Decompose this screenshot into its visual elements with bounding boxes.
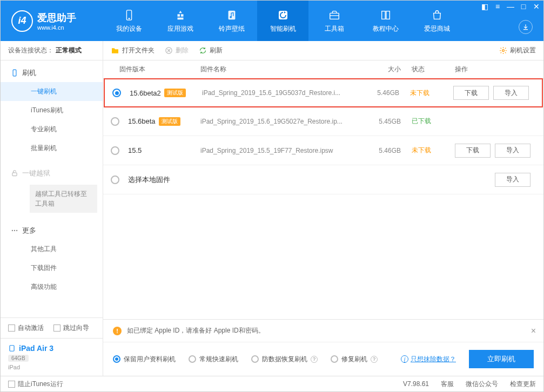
firmware-status: 未下载: [401, 146, 444, 155]
device-storage: 64GB: [8, 355, 29, 362]
firmware-row[interactable]: 15.6beta2 测试版 iPad_Spring_2019_15.6_19G5…: [104, 78, 543, 107]
option-anti-recovery[interactable]: 防数据恢复刷机 ?: [251, 355, 318, 364]
table-header: 固件版本 固件名称 大小 状态 操作: [103, 60, 543, 79]
radio-icon: [189, 355, 196, 363]
tablet-icon: [8, 344, 16, 352]
svg-rect-7: [12, 173, 17, 176]
refresh-button[interactable]: 刷新: [198, 46, 223, 55]
device-name: iPad Air 3: [8, 344, 95, 353]
warning-bar: ! 如已绑定 Apple ID，请准备好 Apple ID和密码。 ×: [103, 320, 543, 342]
firmware-name: iPad_Spring_2019_15.5_19F77_Restore.ipsw: [200, 147, 358, 154]
tab-my-device[interactable]: 我的设备: [103, 1, 155, 41]
firmware-size: 5.45GB: [358, 118, 401, 125]
refresh-icon: [198, 46, 207, 55]
svg-rect-2: [228, 10, 235, 19]
block-itunes-checkbox[interactable]: [8, 381, 15, 388]
warning-text: 如已绑定 Apple ID，请准备好 Apple ID和密码。: [127, 326, 265, 335]
sidebar-item-advanced[interactable]: 高级功能: [1, 278, 103, 296]
logo-area: i4 爱思助手 www.i4.cn: [1, 10, 103, 32]
option-keep-data[interactable]: 保留用户资料刷机: [113, 355, 176, 364]
download-button[interactable]: 下载: [453, 86, 489, 100]
skin-icon[interactable]: ◧: [481, 3, 488, 10]
tab-flash[interactable]: 智能刷机: [257, 1, 308, 41]
firmware-size: 5.46GB: [356, 89, 399, 97]
svg-rect-5: [330, 13, 339, 19]
skip-guide-checkbox[interactable]: [53, 325, 61, 332]
flash-icon: [277, 9, 290, 22]
radio-icon: [251, 355, 259, 363]
connection-status: 设备连接状态： 正常模式: [1, 41, 103, 60]
sidebar-item-batch[interactable]: 批量刷机: [1, 139, 103, 158]
phone-icon: [123, 9, 136, 22]
support-link[interactable]: 客服: [441, 380, 454, 389]
firmware-radio[interactable]: [111, 146, 119, 155]
firmware-radio[interactable]: [111, 117, 119, 126]
tab-apps[interactable]: 应用游戏: [155, 1, 206, 41]
menu-icon[interactable]: ≡: [494, 3, 501, 10]
skip-guide-label: 跳过向导: [63, 323, 89, 333]
nav-tabs: 我的设备 应用游戏 铃声壁纸 智能刷机 工具箱 教程中心 爱思商城: [103, 1, 462, 41]
sidebar-section-more: 更多: [1, 221, 103, 240]
help-icon[interactable]: ?: [311, 356, 318, 363]
svg-point-10: [16, 230, 17, 231]
gear-icon: [499, 46, 507, 55]
help-icon[interactable]: ?: [371, 356, 378, 363]
tab-store[interactable]: 爱思商城: [411, 1, 462, 41]
firmware-row[interactable]: 15.6beta 测试版 iPad_Spring_2019_15.6_19G50…: [103, 107, 543, 136]
bottom-panel: ! 如已绑定 Apple ID，请准备好 Apple ID和密码。 × 保留用户…: [103, 319, 543, 376]
sidebar-section-jailbreak: 一键越狱: [1, 164, 103, 183]
erase-data-link[interactable]: i 只想抹除数据？: [401, 355, 456, 364]
col-status: 状态: [401, 65, 444, 74]
col-version: 固件版本: [119, 65, 200, 74]
firmware-radio[interactable]: [111, 175, 119, 184]
firmware-radio[interactable]: [112, 89, 121, 97]
option-repair[interactable]: 修复刷机 ?: [331, 355, 378, 364]
svg-point-1: [129, 18, 129, 18]
import-button[interactable]: 导入: [495, 173, 530, 187]
firmware-status: 已下载: [401, 117, 444, 126]
svg-rect-6: [13, 70, 16, 76]
toolbox-icon: [328, 9, 341, 22]
sidebar-item-othertools[interactable]: 其他工具: [1, 240, 103, 259]
open-folder-button[interactable]: 打开文件夹: [111, 46, 155, 55]
download-button[interactable]: 下载: [455, 144, 491, 158]
toolbar: 打开文件夹 删除 刷新 刷机设置: [103, 41, 543, 60]
tab-toolbox[interactable]: 工具箱: [308, 1, 360, 41]
downloads-button[interactable]: [519, 20, 533, 34]
local-firmware-row[interactable]: 选择本地固件 导入: [103, 165, 543, 194]
window-controls: ◧ ≡ — □ ✕: [481, 3, 540, 10]
firmware-version: 15.6beta: [128, 117, 156, 125]
option-normal[interactable]: 常规快速刷机: [189, 355, 238, 364]
sidebar-item-itunes[interactable]: iTunes刷机: [1, 101, 103, 120]
auto-activate-checkbox[interactable]: [8, 325, 15, 332]
apps-icon: [174, 9, 187, 22]
firmware-version: 15.6beta2: [130, 89, 161, 97]
firmware-row[interactable]: 15.5 iPad_Spring_2019_15.5_19F77_Restore…: [103, 136, 543, 165]
info-icon: i: [401, 355, 408, 363]
minimize-icon[interactable]: —: [507, 3, 514, 10]
maximize-icon[interactable]: □: [520, 3, 527, 10]
close-icon[interactable]: ✕: [533, 3, 540, 10]
firmware-name: iPad_Spring_2019_15.6_19G5037d_Restore.i…: [202, 89, 356, 97]
radio-icon: [331, 355, 338, 363]
tab-tutorials[interactable]: 教程中心: [360, 1, 411, 41]
sidebar-item-pro[interactable]: 专业刷机: [1, 120, 103, 139]
import-button[interactable]: 导入: [493, 86, 529, 100]
flash-section-icon: [10, 69, 19, 77]
wechat-link[interactable]: 微信公众号: [466, 380, 498, 389]
sidebar-item-downloadfw[interactable]: 下载固件: [1, 259, 103, 278]
book-icon: [379, 9, 392, 22]
check-update-link[interactable]: 检查更新: [510, 380, 536, 389]
flash-now-button[interactable]: 立即刷机: [469, 350, 534, 368]
delete-button[interactable]: 删除: [164, 46, 189, 55]
radio-icon: [113, 355, 120, 363]
tab-ringtones[interactable]: 铃声壁纸: [206, 1, 257, 41]
jailbreak-note: 越狱工具已转移至工具箱: [30, 185, 97, 213]
sidebar-section-flash: 刷机: [1, 64, 103, 82]
sidebar-item-oneclick[interactable]: 一键刷机: [1, 82, 103, 101]
footer: 阻止iTunes运行 V7.98.61 客服 微信公众号 检查更新: [1, 376, 543, 391]
flash-settings-button[interactable]: 刷机设置: [499, 46, 536, 55]
app-title: 爱思助手: [37, 11, 76, 24]
close-warning-button[interactable]: ×: [531, 326, 536, 336]
import-button[interactable]: 导入: [495, 144, 530, 158]
